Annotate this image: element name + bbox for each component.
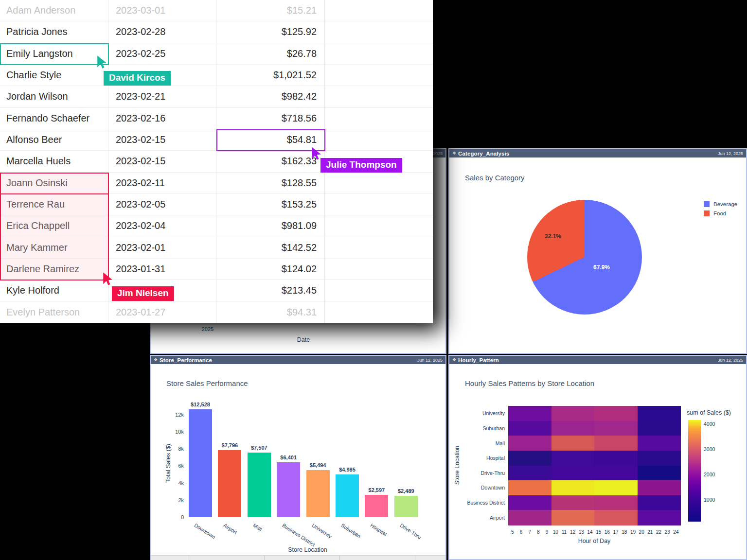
bar-drive-thru[interactable] [394,496,418,517]
table-row[interactable]: Patricia Jones2023-02-28$125.92 [0,21,433,43]
cell-empty[interactable] [325,108,433,129]
heatmap-cell[interactable] [508,466,551,481]
heatmap-cell[interactable] [638,436,681,451]
cell-empty[interactable] [325,237,433,258]
cell-amount[interactable]: $142.52 [216,237,325,258]
cell-empty[interactable] [325,215,433,236]
cell-amount[interactable]: $15.21 [216,0,325,21]
panel-store-performance[interactable]: ❖ Store_Performance Jun 12, 2025 Store S… [150,355,446,560]
table-row[interactable]: Jordan Wilson2023-02-21$982.42 [0,86,433,107]
table-row[interactable]: Darlene Ramirez2023-01-31$124.02 [0,259,433,280]
cell-empty[interactable] [325,194,433,215]
table-row[interactable]: Kyle Holford$213.45 [0,280,433,301]
cell-date[interactable]: 2023-02-25 [108,43,216,64]
cell-amount[interactable]: $128.55 [216,173,325,193]
cell-customer-name[interactable]: Fernando Schaefer [0,108,108,129]
heatmap-cell[interactable] [508,495,551,510]
heatmap-cell[interactable] [508,510,551,525]
table-row[interactable]: Fernando Schaefer2023-02-16$718.56 [0,108,433,129]
cell-date[interactable]: 2023-02-21 [108,86,216,107]
heatmap-cell[interactable] [551,451,595,466]
bar-mall[interactable] [248,453,271,517]
cell-empty[interactable] [325,65,433,86]
heatmap-cell[interactable] [638,510,681,525]
cell-amount[interactable]: $213.45 [216,280,325,301]
cell-date[interactable]: 2023-02-15 [108,129,216,150]
bar-downtown[interactable] [189,409,212,517]
cell-customer-name[interactable]: Mary Kammer [0,237,108,258]
heatmap-cell[interactable] [594,495,638,510]
heatmap-cell[interactable] [551,510,595,525]
cell-date[interactable]: 2023-02-04 [108,215,216,236]
table-row[interactable]: Erica Chappell2023-02-04$981.09 [0,215,433,237]
heatmap-cell[interactable] [594,466,638,481]
cell-amount[interactable]: $94.31 [216,302,325,323]
heatmap-cell[interactable] [638,495,681,510]
panel-category-analysis[interactable]: ❖ Category_Analysis Jun 12, 2025 Sales b… [448,148,747,354]
bar-hospital[interactable] [365,495,388,517]
cell-date[interactable]: 2023-02-28 [108,21,216,42]
cell-date[interactable]: 2023-02-05 [108,194,216,215]
heatmap-cell[interactable] [594,510,638,525]
heatmap-cell[interactable] [508,451,551,466]
heatmap-cell[interactable] [594,421,638,436]
legend-item-food[interactable]: Food [704,210,737,216]
cell-date[interactable]: 2023-02-11 [108,173,216,193]
heatmap-cell[interactable] [508,436,551,451]
cell-empty[interactable] [325,86,433,107]
cell-customer-name[interactable]: Evelyn Patterson [0,302,108,323]
cell-empty[interactable] [325,259,433,280]
cell-empty[interactable] [325,21,433,42]
cell-amount[interactable]: $153.25 [216,194,325,215]
cell-customer-name[interactable]: Emily Langston [0,43,108,64]
cell-amount[interactable]: $981.09 [216,215,325,236]
heatmap-cell[interactable] [638,451,681,466]
cell-date[interactable]: 2023-02-01 [108,237,216,258]
cell-amount[interactable]: $124.02 [216,259,325,280]
table-row[interactable]: Alfonso Beer2023-02-15$54.81 [0,129,433,151]
heatmap-cell[interactable] [594,436,638,451]
cell-date[interactable]: 2023-02-16 [108,108,216,129]
heatmap-cell[interactable] [508,480,551,495]
pie-legend[interactable]: BeverageFood [704,201,737,220]
bar-university[interactable] [306,470,330,517]
table-row[interactable]: Evelyn Patterson2023-01-27$94.31 [0,302,433,323]
panel-category-header[interactable]: ❖ Category_Analysis Jun 12, 2025 [449,149,746,158]
pie-chart[interactable] [527,200,642,315]
panel-store-header[interactable]: ❖ Store_Performance Jun 12, 2025 [151,356,445,364]
table-row[interactable]: Mary Kammer2023-02-01$142.52 [0,237,433,259]
cell-customer-name[interactable]: Jordan Wilson [0,86,108,107]
heatmap-cell[interactable] [551,480,595,495]
cell-customer-name[interactable]: Kyle Holford [0,280,108,301]
cell-customer-name[interactable]: Alfonso Beer [0,129,108,150]
heatmap-cell[interactable] [508,406,551,421]
heatmap-cell[interactable] [594,451,638,466]
heatmap-cell[interactable] [551,406,595,421]
cell-empty[interactable] [325,129,433,150]
cell-date[interactable]: 2023-01-31 [108,259,216,280]
customer-spreadsheet[interactable]: Adam Anderson2023-03-01$15.21Patricia Jo… [0,0,433,323]
table-row[interactable]: Joann Osinski2023-02-11$128.55 [0,173,433,194]
heatmap-cell[interactable] [551,421,595,436]
table-row[interactable]: Adam Anderson2023-03-01$15.21 [0,0,433,21]
cell-amount[interactable]: $1,021.52 [216,65,325,86]
cell-amount[interactable]: $26.78 [216,43,325,64]
cell-empty[interactable] [325,302,433,323]
heatmap-cell[interactable] [638,466,681,481]
cell-date[interactable]: 2023-02-15 [108,151,216,172]
cell-amount[interactable]: $982.42 [216,86,325,107]
table-row[interactable]: Emily Langston2023-02-25$26.78 [0,43,433,65]
heatmap-cell[interactable] [551,495,595,510]
heatmap-cell[interactable] [594,480,638,495]
cell-customer-name[interactable]: Marcella Huels [0,151,108,172]
cell-date[interactable]: 2023-03-01 [108,0,216,21]
heatmap-cell[interactable] [638,480,681,495]
cell-empty[interactable] [325,280,433,301]
panel-hourly-header[interactable]: ❖ Hourly_Pattern Jun 12, 2025 [449,356,746,364]
cell-empty[interactable] [325,0,433,21]
cell-customer-name[interactable]: Adam Anderson [0,0,108,21]
cell-customer-name[interactable]: Charlie Style [0,65,108,86]
cell-customer-name[interactable]: Darlene Ramirez [0,259,108,280]
cell-empty[interactable] [325,43,433,64]
heatmap-cell[interactable] [594,406,638,421]
